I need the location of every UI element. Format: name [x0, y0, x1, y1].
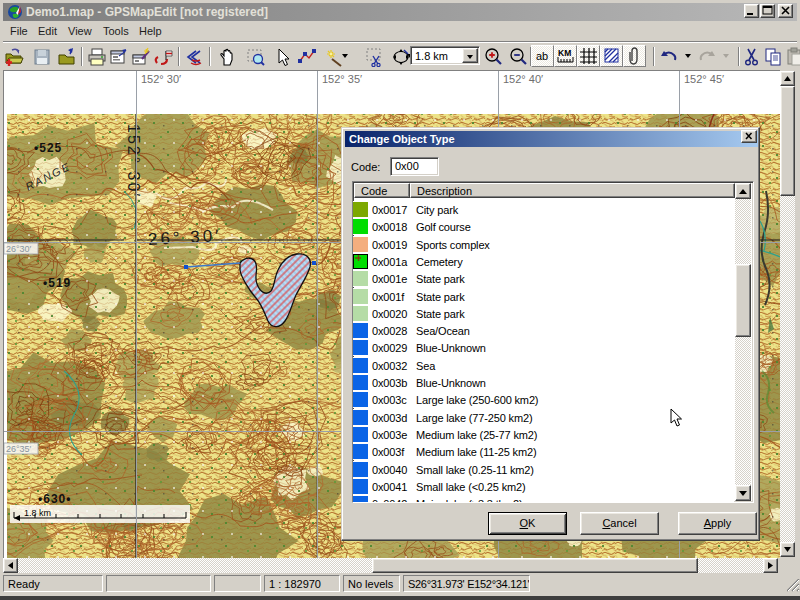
svg-text:26°35′: 26°35′: [6, 444, 32, 454]
svg-text:ab: ab: [536, 50, 548, 62]
svg-text:26°30′: 26°30′: [6, 244, 32, 254]
svg-text:•630•: •630•: [38, 492, 71, 506]
svg-text:KM: KM: [558, 48, 571, 58]
svg-text:152° 45′: 152° 45′: [684, 73, 724, 85]
svg-text:152° 35′: 152° 35′: [322, 73, 362, 85]
svg-text:152° 30′: 152° 30′: [141, 73, 181, 85]
svg-text:•519: •519: [43, 276, 71, 290]
svg-text:•525: •525: [34, 141, 62, 155]
svg-text:152° 30′: 152° 30′: [125, 124, 142, 198]
svg-text:1.8 km: 1.8 km: [24, 508, 51, 518]
svg-text:26° 30′: 26° 30′: [147, 226, 221, 249]
svg-text:152° 40′: 152° 40′: [503, 73, 543, 85]
